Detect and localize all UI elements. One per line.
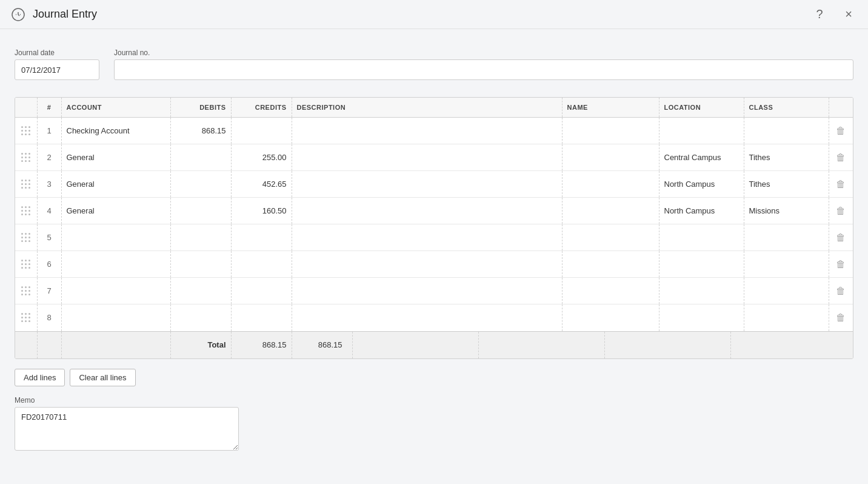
- memo-input[interactable]: FD20170711: [15, 407, 239, 451]
- row-class[interactable]: Missions: [744, 198, 829, 224]
- row-location[interactable]: [659, 224, 744, 251]
- row-debits[interactable]: [170, 251, 231, 278]
- row-name[interactable]: [562, 171, 659, 198]
- row-debits[interactable]: [170, 304, 231, 331]
- row-credits[interactable]: [231, 251, 292, 278]
- row-debits[interactable]: [170, 171, 231, 198]
- memo-section: Memo FD20170711: [15, 396, 853, 451]
- row-credits[interactable]: [231, 278, 292, 304]
- row-account[interactable]: General: [61, 198, 170, 224]
- row-credits[interactable]: [231, 118, 292, 144]
- row-location[interactable]: North Campus: [659, 171, 744, 198]
- row-location[interactable]: [659, 251, 744, 278]
- row-description[interactable]: [292, 224, 562, 251]
- drag-handle[interactable]: [15, 198, 37, 224]
- row-class[interactable]: [744, 251, 829, 278]
- row-class[interactable]: [744, 224, 829, 251]
- row-class[interactable]: [744, 304, 829, 331]
- row-account[interactable]: [61, 251, 170, 278]
- row-class[interactable]: Tithes: [744, 171, 829, 198]
- row-debits[interactable]: [170, 224, 231, 251]
- row-credits[interactable]: [231, 224, 292, 251]
- row-account[interactable]: General: [61, 144, 170, 171]
- col-drag: [15, 98, 37, 118]
- row-debits[interactable]: [170, 144, 231, 171]
- row-description[interactable]: [292, 144, 562, 171]
- row-credits[interactable]: 160.50: [231, 198, 292, 224]
- memo-label: Memo: [15, 396, 853, 405]
- close-button[interactable]: ×: [839, 5, 858, 24]
- journal-no-field: Journal no.: [114, 49, 853, 80]
- row-name[interactable]: [562, 278, 659, 304]
- delete-row-button[interactable]: 🗑: [834, 152, 849, 163]
- row-name[interactable]: [562, 224, 659, 251]
- row-credits[interactable]: 255.00: [231, 144, 292, 171]
- delete-row-button[interactable]: 🗑: [834, 179, 849, 190]
- row-name[interactable]: [562, 118, 659, 144]
- journal-no-input[interactable]: [114, 59, 853, 80]
- row-name[interactable]: [562, 144, 659, 171]
- row-description[interactable]: [292, 171, 562, 198]
- row-location[interactable]: Central Campus: [659, 144, 744, 171]
- col-num: #: [37, 98, 61, 118]
- table-row: 3General452.65North CampusTithes🗑: [15, 171, 853, 198]
- clear-all-lines-button[interactable]: Clear all lines: [70, 369, 135, 386]
- drag-handle[interactable]: [15, 278, 37, 304]
- delete-row-button[interactable]: 🗑: [834, 206, 849, 217]
- row-credits[interactable]: [231, 304, 292, 331]
- row-description[interactable]: [292, 118, 562, 144]
- table-header-row: # ACCOUNT DEBITS CREDITS DESCRIPTION NAM…: [15, 98, 853, 118]
- table-row: 5🗑: [15, 224, 853, 251]
- row-description[interactable]: [292, 251, 562, 278]
- delete-row-button[interactable]: 🗑: [834, 126, 849, 136]
- add-lines-button[interactable]: Add lines: [15, 369, 65, 386]
- col-location: LOCATION: [659, 98, 744, 118]
- delete-row-button[interactable]: 🗑: [834, 232, 849, 243]
- delete-row-button[interactable]: 🗑: [834, 312, 849, 323]
- table-row: 7🗑: [15, 278, 853, 304]
- row-debits[interactable]: 868.15: [170, 118, 231, 144]
- row-location[interactable]: [659, 118, 744, 144]
- row-account[interactable]: [61, 278, 170, 304]
- row-account[interactable]: General: [61, 171, 170, 198]
- row-description[interactable]: [292, 304, 562, 331]
- row-number: 1: [37, 118, 61, 144]
- delete-row-button[interactable]: 🗑: [834, 286, 849, 297]
- row-delete-cell: 🗑: [829, 198, 853, 224]
- drag-handle[interactable]: [15, 224, 37, 251]
- table-row: 2General255.00Central CampusTithes🗑: [15, 144, 853, 171]
- row-credits[interactable]: 452.65: [231, 171, 292, 198]
- row-number: 5: [37, 224, 61, 251]
- drag-handle[interactable]: [15, 171, 37, 198]
- titlebar-actions: ? ×: [810, 5, 858, 24]
- row-number: 6: [37, 251, 61, 278]
- row-class[interactable]: [744, 118, 829, 144]
- row-location[interactable]: [659, 304, 744, 331]
- row-location[interactable]: [659, 278, 744, 304]
- journal-entry-window: Journal Entry ? × Journal date Journal n…: [0, 0, 868, 484]
- row-delete-cell: 🗑: [829, 224, 853, 251]
- row-account[interactable]: Checking Account: [61, 118, 170, 144]
- drag-handle[interactable]: [15, 144, 37, 171]
- drag-handle[interactable]: [15, 118, 37, 144]
- row-location[interactable]: North Campus: [659, 198, 744, 224]
- row-class[interactable]: [744, 278, 829, 304]
- row-debits[interactable]: [170, 198, 231, 224]
- row-description[interactable]: [292, 198, 562, 224]
- drag-handle[interactable]: [15, 251, 37, 278]
- col-account: ACCOUNT: [61, 98, 170, 118]
- row-account[interactable]: [61, 304, 170, 331]
- row-name[interactable]: [562, 251, 659, 278]
- row-name[interactable]: [562, 304, 659, 331]
- row-number: 7: [37, 278, 61, 304]
- table-row: 4General160.50North CampusMissions🗑: [15, 198, 853, 224]
- help-button[interactable]: ?: [810, 5, 829, 24]
- row-debits[interactable]: [170, 278, 231, 304]
- row-description[interactable]: [292, 278, 562, 304]
- delete-row-button[interactable]: 🗑: [834, 259, 849, 270]
- row-account[interactable]: [61, 224, 170, 251]
- drag-handle[interactable]: [15, 304, 37, 331]
- journal-date-input[interactable]: [15, 59, 99, 80]
- row-class[interactable]: Tithes: [744, 144, 829, 171]
- row-name[interactable]: [562, 198, 659, 224]
